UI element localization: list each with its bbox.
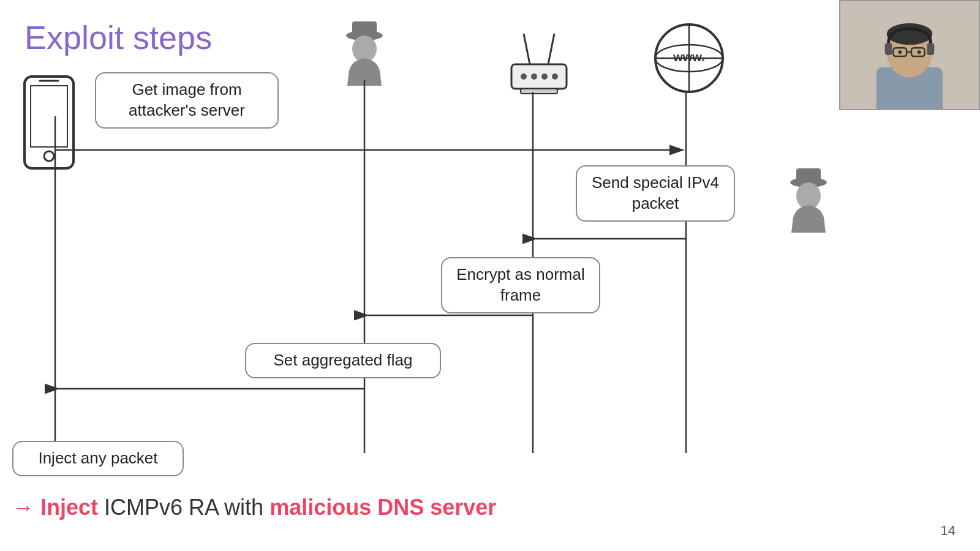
encrypt-label: Encrypt as normal frame <box>441 257 600 313</box>
svg-point-9 <box>898 50 902 54</box>
bottom-mid-text: ICMPv6 RA with <box>104 495 270 520</box>
bottom-inject-text: → Inject ICMPv6 RA with malicious DNS se… <box>12 495 496 520</box>
svg-rect-7 <box>885 43 892 55</box>
get-image-label: Get image from attacker's server <box>95 72 279 129</box>
inject-arrow: → <box>12 495 34 520</box>
svg-rect-8 <box>927 43 934 55</box>
inject-label: Inject any packet <box>12 441 184 476</box>
inject-word: Inject <box>40 495 98 520</box>
aggregated-label: Set aggregated flag <box>245 343 441 378</box>
webcam-overlay <box>839 0 980 110</box>
dns-text: malicious DNS server <box>270 495 496 520</box>
send-special-label: Send special IPv4 packet <box>576 165 735 222</box>
page-number: 14 <box>941 523 956 539</box>
svg-point-10 <box>918 50 921 54</box>
